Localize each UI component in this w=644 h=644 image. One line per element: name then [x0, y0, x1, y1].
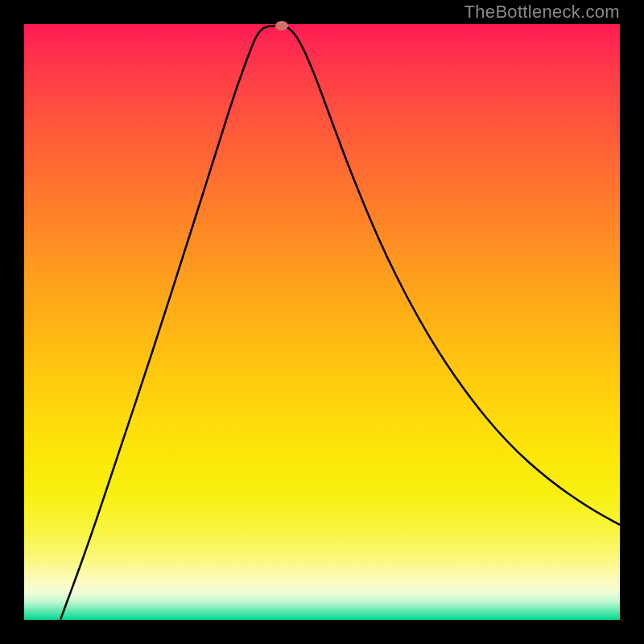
optimal-point-marker: [275, 21, 288, 31]
bottleneck-curve: [24, 24, 620, 620]
watermark-text: TheBottleneck.com: [464, 2, 620, 23]
plot-area: [24, 24, 620, 620]
chart-container: TheBottleneck.com: [0, 0, 644, 644]
